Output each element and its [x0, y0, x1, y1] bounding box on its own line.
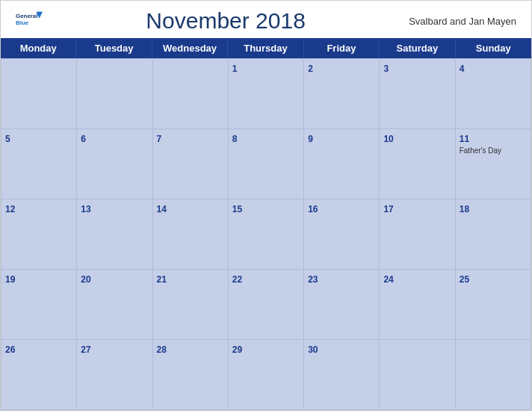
calendar-header: General Blue November 2018 Svalbard and …: [1, 1, 531, 38]
table-row: 29: [229, 340, 304, 410]
table-row: 8: [229, 129, 304, 200]
table-row: [1, 59, 77, 129]
table-row: 27: [77, 340, 152, 410]
fathers-day-event: Father's Day: [460, 146, 527, 155]
generalblue-logo-icon: General Blue: [16, 10, 43, 31]
table-row: 3: [380, 59, 455, 129]
table-row: 14: [153, 200, 229, 270]
svg-text:Blue: Blue: [16, 19, 29, 26]
day-sunday: Sunday: [456, 38, 531, 58]
table-row: 2: [304, 59, 380, 129]
table-row: 10: [380, 129, 455, 200]
table-row: 17: [380, 200, 455, 270]
table-row: [456, 340, 531, 410]
table-row: [77, 59, 152, 129]
day-tuesday: Tuesday: [76, 38, 152, 58]
region-name: Svalbard and Jan Mayen: [409, 16, 516, 27]
table-row: 28: [153, 340, 229, 410]
day-saturday: Saturday: [380, 38, 455, 58]
table-row: 26: [1, 340, 77, 410]
month-title: November 2018: [43, 8, 409, 34]
table-row: 5: [1, 129, 77, 200]
table-row: 24: [380, 270, 455, 340]
table-row: 4: [456, 59, 531, 129]
table-row: 7: [153, 129, 229, 200]
day-thursday: Thursday: [228, 38, 303, 58]
logo-area: General Blue: [16, 10, 43, 31]
table-row: 12: [1, 200, 77, 270]
table-row: 19: [1, 270, 77, 340]
table-row: [380, 340, 455, 410]
calendar-container: General Blue November 2018 Svalbard and …: [0, 0, 532, 411]
table-row: 1: [229, 59, 304, 129]
days-header: Monday Tuesday Wednesday Thursday Friday…: [1, 38, 531, 58]
day-friday: Friday: [304, 38, 380, 58]
table-row: 25: [456, 270, 531, 340]
table-row: 18: [456, 200, 531, 270]
svg-text:General: General: [16, 13, 37, 19]
table-row: [153, 59, 229, 129]
day-wednesday: Wednesday: [152, 38, 228, 58]
table-row: 16: [304, 200, 380, 270]
table-row: 20: [77, 270, 152, 340]
table-row: 6: [77, 129, 152, 200]
calendar-grid: 1 2 3 4 5 6 7 8 9 10 11 Father's Day 12 …: [1, 58, 531, 410]
table-row: 15: [229, 200, 304, 270]
day-monday: Monday: [1, 38, 76, 58]
table-row: 9: [304, 129, 380, 200]
table-row: 22: [229, 270, 304, 340]
table-row: 13: [77, 200, 152, 270]
table-row: 11 Father's Day: [456, 129, 531, 200]
table-row: 21: [153, 270, 229, 340]
table-row: 23: [304, 270, 380, 340]
table-row: 30: [304, 340, 380, 410]
